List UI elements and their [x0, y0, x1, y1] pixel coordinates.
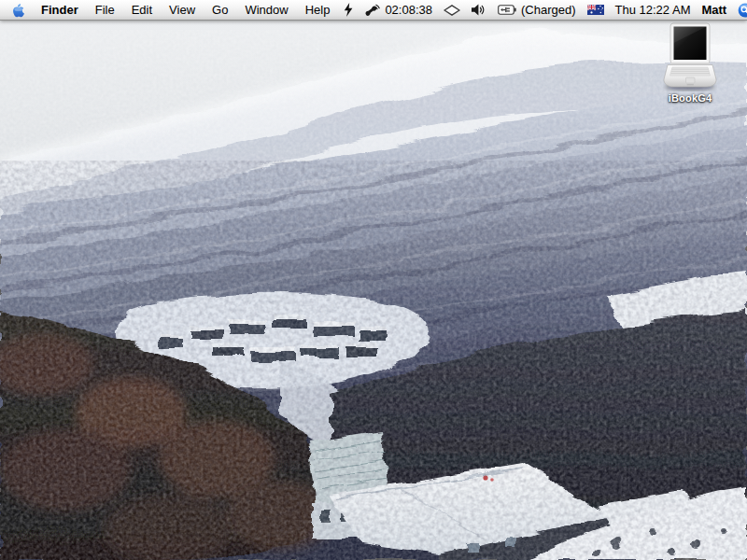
- sync-menu-extra[interactable]: [338, 3, 359, 17]
- clock-menu[interactable]: Thu 12:22 AM: [610, 0, 697, 20]
- modem-menu-extra[interactable]: 02:08:38: [359, 0, 438, 20]
- input-menu-flag[interactable]: [582, 5, 610, 15]
- menu-item-file[interactable]: File: [87, 0, 123, 20]
- phone-receiver-icon: [364, 4, 380, 17]
- modem-connection-timer: 02:08:38: [385, 0, 432, 20]
- menu-item-window[interactable]: Window: [236, 0, 296, 20]
- user-switch-menu[interactable]: Matt: [696, 0, 732, 20]
- battery-menu-extra[interactable]: (Charged): [492, 0, 582, 20]
- airport-menu-extra[interactable]: [438, 5, 466, 16]
- desktop-icon-ibookg4[interactable]: iBookG4: [656, 22, 724, 104]
- wallpaper-image: [0, 21, 747, 560]
- menu-bar-status-area: 02:08:38: [338, 0, 747, 20]
- menu-item-view[interactable]: View: [161, 0, 204, 20]
- battery-status-label: (Charged): [521, 0, 576, 20]
- speaker-volume-icon: [472, 4, 486, 16]
- australian-flag-icon: [587, 5, 604, 15]
- mac-desktop-screen: iBookG4 Finder File Edit View Go: [0, 0, 747, 560]
- menu-item-edit[interactable]: Edit: [123, 0, 161, 20]
- airport-diamond-icon: [444, 5, 460, 16]
- desktop-icon-label: iBookG4: [656, 92, 724, 104]
- menu-bar: Finder File Edit View Go Window Help: [0, 0, 747, 21]
- menu-item-go[interactable]: Go: [204, 0, 236, 20]
- spotlight-magnifier-icon: [738, 3, 747, 18]
- apple-menu[interactable]: [5, 3, 33, 18]
- apple-icon: [12, 3, 25, 18]
- spotlight-menu[interactable]: [732, 3, 747, 18]
- battery-plugged-icon: [498, 5, 516, 15]
- menu-item-help[interactable]: Help: [297, 0, 339, 20]
- menu-bar-left: Finder File Edit View Go Window Help: [0, 0, 338, 20]
- lightning-bolt-icon: [344, 3, 353, 17]
- menu-item-finder[interactable]: Finder: [33, 0, 87, 20]
- ibook-laptop-icon: [663, 22, 717, 91]
- volume-menu-extra[interactable]: [466, 4, 492, 16]
- desktop: iBookG4: [0, 21, 747, 560]
